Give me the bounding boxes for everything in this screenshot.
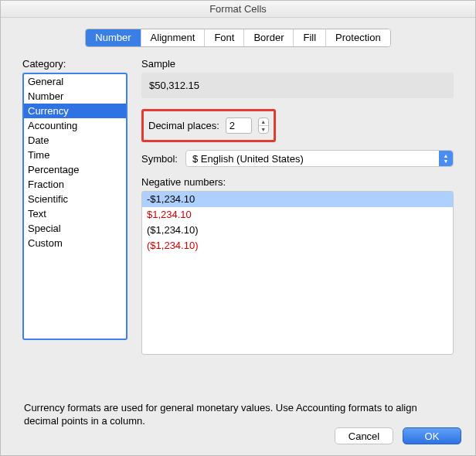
tab-border[interactable]: Border (244, 29, 294, 46)
category-item-text[interactable]: Text (24, 206, 126, 221)
symbol-select[interactable]: $ English (United States) ▲▼ (185, 150, 454, 167)
category-item-accounting[interactable]: Accounting (24, 118, 126, 133)
decimal-places-label: Decimal places: (148, 120, 219, 131)
tab-bar: NumberAlignmentFontBorderFillProtection (1, 29, 475, 47)
category-item-fraction[interactable]: Fraction (24, 177, 126, 192)
negative-item[interactable]: -$1,234.10 (142, 192, 453, 207)
category-item-general[interactable]: General (24, 74, 126, 89)
negative-item[interactable]: ($1,234.10) (142, 223, 453, 238)
symbol-label: Symbol: (141, 153, 178, 165)
category-item-time[interactable]: Time (24, 148, 126, 162)
category-item-percentage[interactable]: Percentage (24, 162, 126, 177)
negative-item[interactable]: $1,234.10 (142, 207, 453, 223)
ok-button[interactable]: OK (403, 427, 461, 444)
tab-fill[interactable]: Fill (294, 29, 326, 46)
tab-protection[interactable]: Protection (326, 29, 390, 46)
sample-label: Sample (141, 58, 454, 70)
category-item-date[interactable]: Date (24, 133, 126, 148)
updown-arrows-icon: ▲▼ (439, 151, 453, 166)
symbol-value: $ English (United States) (192, 153, 304, 165)
category-item-special[interactable]: Special (24, 221, 126, 236)
format-cells-dialog: Format Cells NumberAlignmentFontBorderFi… (0, 0, 476, 456)
dialog-footer: Cancel OK (335, 427, 461, 444)
negative-item[interactable]: ($1,234.10) (142, 238, 453, 254)
decimal-places-highlight: Decimal places: ▲ ▼ (141, 109, 276, 142)
category-item-scientific[interactable]: Scientific (24, 192, 126, 206)
decimal-places-input[interactable] (226, 117, 252, 134)
category-item-number[interactable]: Number (24, 89, 126, 104)
category-label: Category: (22, 58, 128, 70)
category-item-currency[interactable]: Currency (24, 104, 126, 118)
dialog-content: Category: GeneralNumberCurrencyAccountin… (1, 47, 475, 427)
decimal-places-stepper[interactable]: ▲ ▼ (258, 117, 269, 134)
stepper-up-icon[interactable]: ▲ (259, 118, 268, 126)
tab-font[interactable]: Font (205, 29, 244, 46)
title-bar: Format Cells (1, 1, 475, 18)
stepper-down-icon[interactable]: ▼ (259, 126, 268, 133)
category-item-custom[interactable]: Custom (24, 236, 126, 250)
tab-alignment[interactable]: Alignment (141, 29, 206, 46)
description-text: Currency formats are used for general mo… (24, 401, 452, 427)
cancel-button[interactable]: Cancel (335, 427, 393, 444)
category-list[interactable]: GeneralNumberCurrencyAccountingDateTimeP… (22, 73, 128, 340)
sample-value: $50,312.15 (141, 73, 454, 98)
window-title: Format Cells (209, 3, 267, 15)
tab-number[interactable]: Number (86, 29, 141, 46)
negative-numbers-label: Negative numbers: (141, 176, 454, 188)
negative-numbers-list[interactable]: -$1,234.10$1,234.10($1,234.10)($1,234.10… (141, 191, 454, 355)
